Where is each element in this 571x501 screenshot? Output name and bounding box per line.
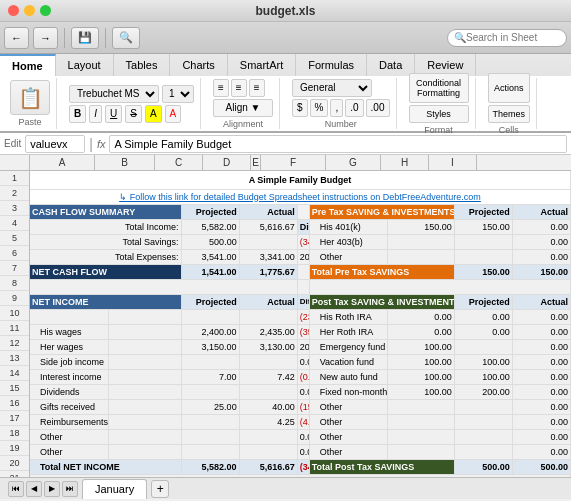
cell-totalnetincome-actual[interactable]: 5,616.67 [239, 459, 297, 474]
cell-401k-diff[interactable]: 0.00 [512, 219, 570, 234]
cell-vacation-diff[interactable]: 0.00 [512, 354, 570, 369]
cell-reimb-actual[interactable]: 4.25 [239, 414, 297, 429]
col-header-g[interactable]: G [326, 155, 381, 170]
cell-totalnetincome-label[interactable]: Total NET INCOME [30, 459, 181, 474]
cell-other-posttax1-label[interactable]: Other [309, 399, 388, 414]
cell-interest-label[interactable]: Interest income [30, 369, 109, 384]
toolbar-btn-1[interactable]: ← [4, 27, 29, 49]
cell-other-income2-label[interactable]: Other [30, 444, 109, 459]
cell-gifts-label[interactable]: Gifts received [30, 399, 109, 414]
cell-totalsavings-proj[interactable]: 500.00 [181, 234, 239, 249]
cell-sideincome-label[interactable]: Side job income [30, 354, 109, 369]
cell-401k-proj[interactable]: 150.00 [388, 219, 454, 234]
cell-vacation-label[interactable]: Vacation fund [309, 354, 388, 369]
cell-other-posttax1-diff[interactable]: 0.00 [512, 399, 570, 414]
cell-totalposttax-proj[interactable]: 500.00 [454, 459, 512, 474]
col-header-c[interactable]: C [155, 155, 203, 170]
cell-total-pretax-proj[interactable]: 150.00 [454, 264, 512, 279]
toolbar-btn-2[interactable]: → [33, 27, 58, 49]
cell-gifts-proj[interactable]: 25.00 [181, 399, 239, 414]
cell-cashflow-header[interactable]: CASH FLOW SUMMARY [30, 204, 181, 219]
cell-autoexpenses-proj[interactable]: 100.00 [388, 369, 454, 384]
cell-totalsavings-diff[interactable]: 200.00 [297, 249, 309, 264]
underline-button[interactable]: U [105, 105, 122, 123]
rn-6[interactable]: 6 [0, 246, 29, 261]
cell-other-posttax1-actual[interactable] [454, 399, 512, 414]
cell-reference-input[interactable] [25, 135, 85, 153]
cell-totalincome-label[interactable]: Total Income: [30, 219, 181, 234]
cell-title[interactable]: A Simple Family Budget [30, 171, 571, 189]
italic-button[interactable]: I [89, 105, 102, 123]
tab-smartart[interactable]: SmartArt [228, 54, 296, 76]
cell-reimb-proj[interactable] [181, 414, 239, 429]
col-header-i[interactable]: I [429, 155, 477, 170]
cell-other-posttax3-diff[interactable]: 0.00 [512, 429, 570, 444]
align-left-btn[interactable]: ≡ [213, 79, 229, 97]
traffic-lights[interactable] [8, 5, 51, 16]
highlight-button[interactable]: A [145, 105, 162, 123]
cell-other-pretax1-actual[interactable] [454, 249, 512, 264]
cell-sideincome-actual[interactable] [239, 354, 297, 369]
cell-other-income2-diff[interactable]: 0.00 [297, 444, 309, 459]
cell-totalincome-proj[interactable]: 5,582.00 [181, 219, 239, 234]
font-color-button[interactable]: A [165, 105, 182, 123]
rn-10[interactable]: 10 [0, 306, 29, 321]
cell-autoexpenses-diff[interactable]: 0.00 [512, 369, 570, 384]
minimize-button[interactable] [24, 5, 35, 16]
cell-other-posttax3-actual[interactable] [454, 429, 512, 444]
strikethrough-button[interactable]: S [125, 105, 142, 123]
tab-home[interactable]: Home [0, 54, 56, 76]
font-family-select[interactable]: Trebuchet MS [69, 85, 159, 103]
rn-8[interactable]: 8 [0, 276, 29, 291]
cell-dividends-diff[interactable]: 0.00 [297, 384, 309, 399]
cell-netincome-header[interactable]: NET INCOME [30, 294, 181, 309]
rn-4[interactable]: 4 [0, 216, 29, 231]
cell-totalsavings-label[interactable]: Total Savings: [30, 234, 181, 249]
cell-other-posttax4-label[interactable]: Other [309, 444, 388, 459]
col-header-d[interactable]: D [203, 155, 251, 170]
cell-other-income2-actual[interactable] [239, 444, 297, 459]
cell-401k-label[interactable]: His 401(k) [309, 219, 388, 234]
cell-his-wages-label[interactable]: His wages [30, 324, 109, 339]
cell-her-wages-actual[interactable]: 3,130.00 [239, 339, 297, 354]
cell-total-pretax-actual[interactable]: 150.00 [512, 264, 570, 279]
cell-roth-her-proj[interactable]: 0.00 [388, 324, 454, 339]
cell-netcf-actual[interactable]: 1,775.67 [239, 264, 297, 279]
cell-interest-diff[interactable]: (0.42) [297, 369, 309, 384]
cell-totalexp-actual[interactable]: 3,341.00 [239, 249, 297, 264]
cell-reimb-diff[interactable]: (4.25) [297, 414, 309, 429]
decrease-decimal-btn[interactable]: .00 [366, 99, 390, 117]
cell-reimb-label[interactable]: Reimbursements [30, 414, 109, 429]
cell-sideincome-proj[interactable] [181, 354, 239, 369]
cell-roth-his-proj[interactable]: 0.00 [388, 309, 454, 324]
currency-btn[interactable]: $ [292, 99, 308, 117]
rn-5[interactable]: 5 [0, 231, 29, 246]
cell-nonmonthly-proj[interactable]: 100.00 [388, 384, 454, 399]
comma-btn[interactable]: , [330, 99, 343, 117]
cell-totalincome-actual[interactable]: 5,616.67 [239, 219, 297, 234]
add-sheet-button[interactable]: + [151, 480, 169, 498]
cell-pretax-header[interactable]: Pre Tax SAVING & INVESTMENTS [309, 204, 454, 219]
cell-other-posttax3-proj[interactable] [388, 429, 454, 444]
tab-layout[interactable]: Layout [56, 54, 114, 76]
cell-other-pretax1-proj[interactable] [388, 249, 454, 264]
cell-nonmonthly-actual[interactable]: 200.00 [454, 384, 512, 399]
cell-gifts-diff[interactable]: (15.00) [297, 399, 309, 414]
cell-totalsavings-actual[interactable] [239, 234, 297, 249]
cell-other-posttax1-proj[interactable] [388, 399, 454, 414]
conditional-format-btn[interactable]: ConditionalFormatting [409, 73, 469, 103]
cell-subtitle[interactable]: ↳ Follow this link for detailed Budget S… [30, 189, 571, 204]
cell-roth-her-label[interactable]: Her Roth IRA [309, 324, 388, 339]
cell-actual-h2[interactable]: Actual [512, 204, 570, 219]
cell-other-posttax4-proj[interactable] [388, 444, 454, 459]
cell-dividends-proj[interactable] [181, 384, 239, 399]
themes-btn[interactable]: Themes [488, 105, 531, 123]
rn-7[interactable]: 7 [0, 261, 29, 276]
sheet-tab-january[interactable]: January [82, 479, 147, 499]
rn-14[interactable]: 14 [0, 366, 29, 381]
rn-2[interactable]: 2 [0, 186, 29, 201]
cell-nonmonthly-label[interactable]: Fixed non-monthly expenses fund [309, 384, 388, 399]
cell-roth-his-diff[interactable]: 0.00 [512, 309, 570, 324]
rn-20[interactable]: 20 [0, 456, 29, 471]
cell-vacation-proj[interactable]: 100.00 [388, 354, 454, 369]
